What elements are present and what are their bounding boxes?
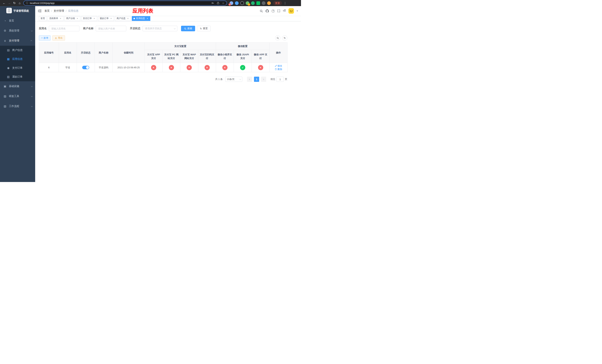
- refresh-button[interactable]: ↻: [282, 35, 287, 41]
- tab-app-info[interactable]: 应用信息×: [132, 16, 150, 21]
- address-bar[interactable]: ⓘ localhost:1024/pay/app ☆: [23, 0, 227, 6]
- sidebar-fold-icon[interactable]: [38, 10, 42, 12]
- sidebar-item-dev-tools[interactable]: ▨ 研发工具: [0, 91, 35, 101]
- search-icon[interactable]: [260, 10, 263, 13]
- goto-page-input[interactable]: [276, 77, 284, 82]
- close-icon[interactable]: ×: [76, 17, 79, 20]
- top-navbar: 首页 / 支付管理 / 应用信息 应用列表 ?: [35, 6, 301, 16]
- yen-icon: ¥: [3, 39, 7, 43]
- close-icon[interactable]: ×: [93, 17, 96, 20]
- col-group-wechat: 微信配置: [216, 43, 269, 50]
- sidebar-item-workflow[interactable]: ▧ 工作流程: [0, 101, 35, 111]
- sidebar-item-home[interactable]: ◔ 首页: [0, 16, 35, 26]
- extension-icon-5[interactable]: [251, 1, 255, 5]
- site-info-icon[interactable]: ⓘ: [26, 1, 28, 5]
- cell-app-id: 6: [39, 63, 59, 72]
- logo-image: [6, 8, 12, 14]
- avatar-caret-icon[interactable]: [297, 11, 298, 11]
- close-icon[interactable]: ×: [59, 17, 62, 20]
- col-header-alipay-pc: 支付宝 PC 网站支付: [162, 50, 180, 63]
- sidebar-item-label: 工作流程: [9, 105, 19, 108]
- extension-icon-1[interactable]: 10: [230, 1, 233, 5]
- tab-user-group[interactable]: 用户分组×: [64, 16, 80, 21]
- browser-chrome: ← → ↻ ⌂ ⓘ localhost:1024/pay/app ☆ 10 1: [0, 0, 301, 6]
- close-icon[interactable]: ×: [110, 17, 112, 20]
- col-header-alipay-app: 支付宝 APP 支付: [145, 50, 162, 63]
- breadcrumb-separator: /: [51, 10, 52, 12]
- reset-button-label: 重置: [203, 27, 208, 30]
- sidebar-item-refund-order[interactable]: ▥ 退款订单: [0, 72, 35, 81]
- gear-icon: ⚙: [3, 29, 7, 32]
- page-size-select[interactable]: 10条/页: [225, 77, 242, 82]
- merchant-name-input[interactable]: [96, 26, 126, 31]
- sidebar-item-merchant-info[interactable]: ▤ 商户信息: [0, 46, 35, 55]
- bookmark-star-icon[interactable]: ☆: [222, 2, 224, 5]
- alipay-pc-status-icon: ×: [169, 65, 174, 70]
- prev-page-button[interactable]: ‹: [247, 77, 252, 82]
- col-header-status: 开启状态: [77, 43, 95, 63]
- extension-icon-3[interactable]: [240, 1, 244, 5]
- password-key-icon[interactable]: [211, 2, 214, 4]
- export-button[interactable]: 导出: [52, 35, 65, 41]
- tab-refund-order[interactable]: 退款订单×: [98, 16, 114, 21]
- page-unit-label: 页: [285, 78, 287, 81]
- col-header-wechat-app: 微信 APP 支付: [252, 50, 269, 63]
- breadcrumb-home[interactable]: 首页: [44, 9, 50, 13]
- sidebar-item-label: 首页: [9, 19, 14, 22]
- close-icon[interactable]: ×: [146, 17, 149, 20]
- avatar[interactable]: [288, 8, 294, 14]
- close-icon[interactable]: ×: [127, 17, 129, 20]
- alipay-wap-status-icon: ×: [187, 65, 192, 70]
- tab-merchant-info[interactable]: 商户信息×: [115, 16, 131, 21]
- font-size-icon[interactable]: TT: [283, 9, 286, 13]
- tab-label: 应用信息: [136, 17, 145, 20]
- browser-menu-icon[interactable]: ⋮: [283, 1, 287, 5]
- page-title: 应用列表: [133, 7, 153, 14]
- tab-process-form[interactable]: 流程表单×: [48, 16, 64, 21]
- reset-button[interactable]: ↻ 重置: [197, 26, 211, 31]
- toggle-search-button[interactable]: [275, 35, 280, 41]
- add-button[interactable]: + 新增: [39, 35, 51, 41]
- sidebar-item-infrastructure[interactable]: ▣ 基础设施: [0, 81, 35, 91]
- sidebar-item-payment[interactable]: ¥ 支付管理: [0, 36, 35, 46]
- sidebar-item-pay-order[interactable]: ◉ 支付订单: [0, 64, 35, 72]
- url-text[interactable]: localhost:1024/pay/app: [30, 2, 211, 4]
- extension-icon-4[interactable]: 1: [246, 1, 249, 5]
- sidebar-item-label: 商户信息: [12, 49, 22, 52]
- sidebar-item-system[interactable]: ⚙ 系统管理: [0, 26, 35, 36]
- tab-label: 支付订单: [83, 17, 92, 20]
- delete-link[interactable]: 删除: [275, 68, 282, 71]
- extension-icon-6[interactable]: [256, 1, 260, 5]
- share-icon[interactable]: [217, 2, 219, 4]
- table-toolbar: + 新增 导出 ↻: [39, 35, 287, 41]
- cell-create-time: 2021-10-23 08:49:25: [113, 63, 145, 72]
- browser-forward-button[interactable]: →: [7, 1, 12, 6]
- extension-icon-7[interactable]: [262, 1, 266, 5]
- tab-home[interactable]: 首页: [39, 16, 47, 21]
- browser-home-button[interactable]: ⌂: [17, 1, 22, 6]
- status-switch[interactable]: [82, 66, 89, 69]
- edit-link[interactable]: 修改: [275, 64, 282, 68]
- page-1-button[interactable]: 1: [254, 77, 259, 82]
- col-header-create-time: 创建时间: [113, 43, 145, 63]
- export-button-label: 导出: [58, 36, 63, 40]
- extension-icon-8[interactable]: [267, 1, 271, 5]
- breadcrumb-payment[interactable]: 支付管理: [54, 9, 64, 13]
- browser-update-button[interactable]: 更新: [273, 1, 282, 5]
- status-select[interactable]: 请选择开启状态: [142, 26, 177, 31]
- search-button-label: 搜索: [187, 27, 192, 30]
- next-page-button[interactable]: ›: [261, 77, 266, 82]
- browser-reload-button[interactable]: ↻: [12, 1, 17, 6]
- search-button[interactable]: 搜索: [181, 26, 195, 31]
- fullscreen-icon[interactable]: [277, 10, 280, 12]
- help-icon[interactable]: ?: [272, 10, 275, 13]
- tab-pay-order[interactable]: 支付订单×: [81, 16, 97, 21]
- github-icon[interactable]: [266, 9, 269, 13]
- sidebar-item-app-info[interactable]: ▦ 应用信息: [0, 55, 35, 64]
- app-name-input[interactable]: [49, 26, 79, 31]
- app-logo[interactable]: 芋道管理系统: [0, 6, 35, 16]
- app-grid-icon: ▦: [6, 57, 10, 61]
- browser-back-button[interactable]: ←: [1, 1, 7, 6]
- extension-icon-2[interactable]: [235, 1, 239, 5]
- sidebar-item-label: 应用信息: [12, 57, 22, 61]
